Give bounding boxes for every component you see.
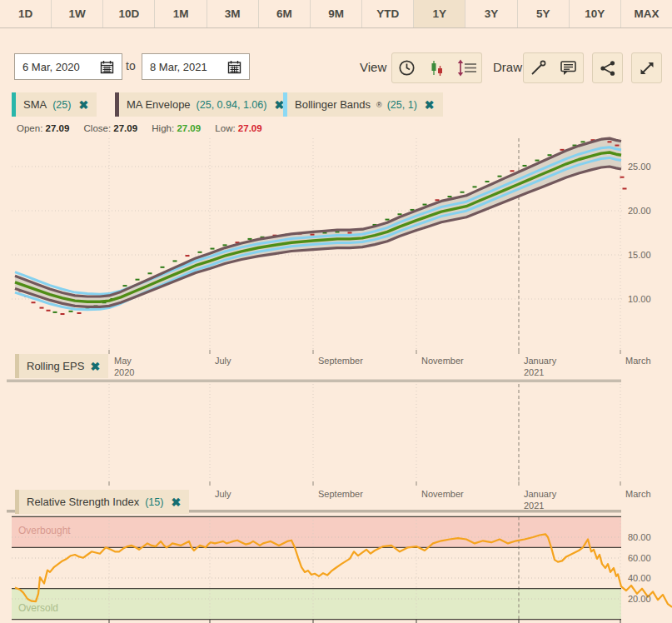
- share-icon: [600, 60, 616, 77]
- low-value: 27.09: [238, 123, 262, 133]
- chart-widget: 1D1W10D1M3M6M9MYTD1Y3Y5Y10YMAX 6 Mar, 20…: [0, 0, 672, 623]
- svg-text:80.00: 80.00: [628, 532, 651, 542]
- svg-text:March: March: [625, 489, 651, 499]
- rolling-eps-chip: Rolling EPS ✖: [15, 354, 108, 378]
- svg-text:January: January: [524, 356, 557, 366]
- ohlc-readout: Open: 27.09 Close: 27.09 High: 27.09 Low…: [17, 123, 262, 133]
- view-time-button[interactable]: [391, 52, 422, 83]
- svg-text:July: July: [215, 489, 231, 499]
- high-label: High:: [152, 123, 174, 133]
- indicator-name: MA Envelope: [127, 98, 191, 111]
- tab-1y[interactable]: 1Y: [414, 0, 465, 27]
- indicator-color-swatch: [283, 92, 287, 117]
- svg-text:July: July: [215, 356, 231, 366]
- registered-mark: ®: [376, 101, 382, 109]
- share-button[interactable]: [592, 52, 623, 83]
- svg-text:2021: 2021: [524, 501, 544, 510]
- svg-text:40.00: 40.00: [628, 573, 651, 583]
- remove-indicator-button[interactable]: ✖: [90, 361, 100, 372]
- view-candlestick-button[interactable]: [421, 52, 452, 83]
- svg-text:Oversold: Oversold: [18, 602, 58, 614]
- indicator-color-swatch: [115, 92, 119, 117]
- range-tabbar: 1D1W10D1M3M6M9MYTD1Y3Y5Y10YMAX: [0, 0, 672, 28]
- indicator-params: (25): [52, 99, 71, 111]
- view-label: View: [360, 60, 386, 74]
- svg-text:May: May: [114, 356, 132, 366]
- tab-1d[interactable]: 1D: [0, 0, 52, 27]
- fullscreen-button[interactable]: [631, 52, 662, 83]
- indicator-name: Rolling EPS: [27, 360, 84, 372]
- svg-text:January: January: [524, 489, 557, 499]
- svg-text:25.00: 25.00: [628, 162, 651, 172]
- indicator-chip-bollinger: Bollinger Bands ® (25, 1) ✖: [283, 92, 443, 117]
- rsi-chip: Relative Strength Index (15) ✖: [15, 490, 189, 514]
- tab-6m[interactable]: 6M: [259, 0, 311, 27]
- candlestick-icon: [428, 59, 446, 77]
- svg-text:September: September: [318, 356, 363, 366]
- svg-text:2020: 2020: [114, 367, 134, 377]
- indicator-name: Bollinger Bands: [295, 98, 371, 111]
- svg-text:20.00: 20.00: [628, 594, 651, 604]
- tab-3y[interactable]: 3Y: [465, 0, 517, 27]
- open-value: 27.09: [46, 123, 70, 133]
- close-value: 27.09: [113, 123, 137, 133]
- remove-indicator-button[interactable]: ✖: [78, 99, 88, 111]
- indicator-chip-sma: SMA (25) ✖: [12, 92, 97, 117]
- indicator-params: (15): [145, 496, 163, 508]
- view-hlc-button[interactable]: [451, 52, 482, 83]
- indicator-color-swatch: [12, 92, 16, 117]
- trendline-icon: [530, 59, 547, 77]
- indicator-name: SMA: [23, 98, 47, 111]
- tab-ytd[interactable]: YTD: [362, 0, 414, 27]
- svg-text:September: September: [318, 489, 363, 499]
- indicator-name: Relative Strength Index: [27, 496, 139, 508]
- draw-label: Draw: [493, 60, 522, 74]
- to-date-value: 8 Mar, 2021: [150, 61, 207, 73]
- remove-indicator-button[interactable]: ✖: [171, 496, 181, 508]
- clock-icon: [398, 59, 416, 77]
- indicator-chip-ma-envelope: MA Envelope (25, 0.94, 1.06) ✖: [115, 92, 292, 117]
- svg-text:Overbought: Overbought: [18, 525, 71, 536]
- tab-1m[interactable]: 1M: [155, 0, 207, 27]
- indicator-params: (25, 1): [387, 99, 417, 111]
- expand-icon: [639, 60, 655, 77]
- svg-text:March: March: [625, 356, 651, 366]
- comment-icon: [560, 59, 577, 77]
- svg-text:November: November: [421, 356, 464, 366]
- svg-text:15.00: 15.00: [628, 250, 651, 260]
- indicator-color-swatch: [15, 490, 19, 514]
- draw-trendline-button[interactable]: [523, 52, 554, 83]
- remove-indicator-button[interactable]: ✖: [425, 99, 435, 111]
- high-value: 27.09: [177, 123, 201, 133]
- svg-text:2021: 2021: [524, 367, 544, 377]
- tab-max[interactable]: MAX: [621, 0, 672, 27]
- price-chart[interactable]: 25.0020.0015.0010.00May2020JulySeptember…: [0, 136, 672, 379]
- tab-1w[interactable]: 1W: [52, 0, 103, 27]
- svg-text:10.00: 10.00: [628, 294, 651, 304]
- calendar-icon[interactable]: [227, 60, 241, 74]
- low-label: Low:: [215, 123, 235, 133]
- rsi-chart[interactable]: OverboughtOversold80.0060.0040.0020.00: [0, 510, 672, 623]
- svg-text:November: November: [421, 489, 464, 499]
- indicator-params: (25, 0.94, 1.06): [197, 99, 267, 111]
- svg-text:60.00: 60.00: [628, 553, 651, 563]
- close-label: Close:: [84, 123, 112, 133]
- tab-3m[interactable]: 3M: [207, 0, 259, 27]
- svg-text:20.00: 20.00: [628, 206, 651, 216]
- indicator-color-swatch: [15, 354, 19, 378]
- from-date-input[interactable]: 6 Mar, 2020: [14, 53, 122, 80]
- to-date-input[interactable]: 8 Mar, 2021: [142, 53, 250, 80]
- draw-annotation-button[interactable]: [553, 52, 584, 83]
- from-date-value: 6 Mar, 2020: [22, 61, 80, 73]
- calendar-icon[interactable]: [100, 60, 114, 74]
- tab-10d[interactable]: 10D: [103, 0, 155, 27]
- tab-9m[interactable]: 9M: [311, 0, 362, 27]
- tab-5y[interactable]: 5Y: [518, 0, 570, 27]
- to-label: to: [126, 59, 136, 72]
- tab-10y[interactable]: 10Y: [570, 0, 621, 27]
- open-label: Open:: [17, 123, 42, 133]
- hlc-interval-icon: [455, 59, 477, 77]
